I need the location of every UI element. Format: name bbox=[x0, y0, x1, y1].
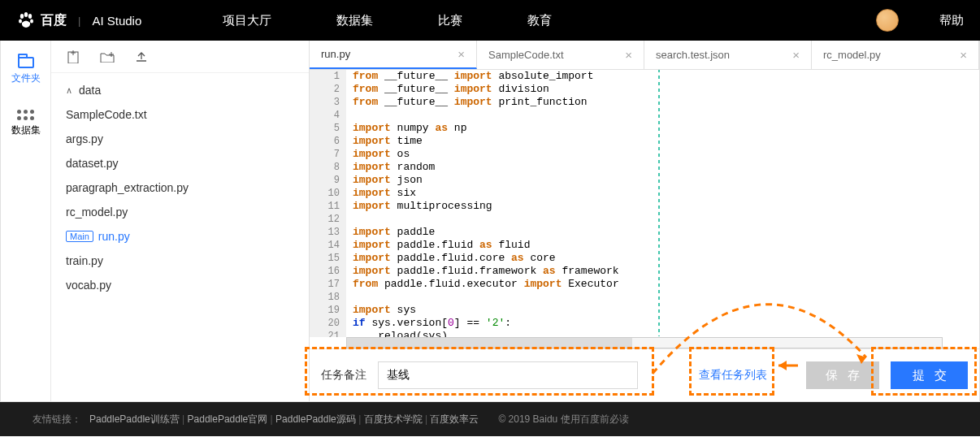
tab-run-py[interactable]: run.py× bbox=[310, 41, 477, 69]
new-folder-icon[interactable] bbox=[100, 50, 115, 64]
top-header: 百度 | AI Studio 项目大厅 数据集 比赛 教育 帮助 bbox=[0, 0, 980, 41]
logo-studio: AI Studio bbox=[92, 14, 141, 28]
tree-file-active[interactable]: Main run.py bbox=[51, 224, 309, 249]
left-rail: 文件夹 数据集 bbox=[1, 41, 51, 401]
file-toolbar bbox=[51, 41, 309, 73]
footer-link[interactable]: 百度技术学院 bbox=[364, 413, 423, 425]
tree-file[interactable]: dataset.py bbox=[51, 151, 309, 175]
file-explorer: ∧ data SampleCode.txt args.py dataset.py… bbox=[51, 41, 310, 401]
line-gutter: 123456789101112131415161718192021222324 bbox=[310, 70, 346, 337]
footer-copyright: © 2019 Baidu 使用百度前必读 bbox=[498, 413, 628, 426]
tree-file[interactable]: vocab.py bbox=[51, 273, 309, 297]
left-rail-files-label: 文件夹 bbox=[11, 71, 41, 85]
horizontal-scrollbar[interactable] bbox=[346, 337, 943, 348]
tree-file[interactable]: train.py bbox=[51, 249, 309, 273]
dataset-grid-icon bbox=[17, 110, 34, 120]
tree-file[interactable]: paragraph_extraction.py bbox=[51, 175, 309, 200]
help-link[interactable]: 帮助 bbox=[939, 13, 964, 28]
left-rail-datasets[interactable]: 数据集 bbox=[11, 110, 41, 137]
close-icon[interactable]: × bbox=[792, 48, 800, 62]
view-tasklist-link[interactable]: 查看任务列表 bbox=[699, 368, 767, 383]
avatar[interactable] bbox=[876, 9, 899, 32]
tab-samplecode[interactable]: SampleCode.txt× bbox=[477, 41, 644, 69]
save-button[interactable]: 保存 bbox=[806, 361, 879, 389]
nav-lobby[interactable]: 项目大厅 bbox=[223, 13, 271, 28]
main-nav: 项目大厅 数据集 比赛 教育 bbox=[223, 13, 552, 28]
new-file-icon[interactable] bbox=[66, 50, 80, 64]
logo-text-cn: 百度 bbox=[41, 12, 67, 29]
nav-dataset[interactable]: 数据集 bbox=[336, 13, 373, 28]
tab-rc-model[interactable]: rc_model.py× bbox=[812, 41, 979, 69]
logo-divider: | bbox=[78, 15, 80, 27]
tree-folder-label: data bbox=[79, 84, 101, 97]
svg-point-2 bbox=[28, 14, 32, 19]
scroll-thumb[interactable] bbox=[347, 338, 632, 348]
task-bar: 任务备注 查看任务列表 保存 提交 bbox=[310, 348, 979, 401]
main-badge: Main bbox=[66, 231, 93, 242]
footer-link[interactable]: PaddlePaddle官网 bbox=[188, 413, 268, 425]
upload-icon[interactable] bbox=[134, 50, 149, 64]
tab-search-json[interactable]: search.test.json× bbox=[644, 41, 812, 69]
nav-contest[interactable]: 比赛 bbox=[438, 13, 462, 28]
tree-file[interactable]: rc_model.py bbox=[51, 200, 309, 224]
footer-link[interactable]: 百度效率云 bbox=[430, 413, 479, 425]
code-lines: from __future__ import absolute_importfr… bbox=[346, 70, 979, 337]
svg-point-3 bbox=[19, 19, 22, 23]
footer-link[interactable]: PaddlePaddle源码 bbox=[275, 413, 356, 425]
baidu-paw-icon bbox=[16, 11, 36, 30]
footer-label: 友情链接： bbox=[33, 413, 81, 426]
nav-edu[interactable]: 教育 bbox=[527, 13, 552, 28]
svg-point-0 bbox=[20, 14, 24, 19]
left-rail-datasets-label: 数据集 bbox=[11, 123, 41, 137]
close-icon[interactable]: × bbox=[625, 48, 632, 62]
file-tree: ∧ data SampleCode.txt args.py dataset.py… bbox=[51, 73, 309, 302]
task-note-input[interactable] bbox=[378, 361, 638, 389]
editor-panel: run.py× SampleCode.txt× search.test.json… bbox=[310, 41, 979, 401]
close-icon[interactable]: × bbox=[960, 48, 967, 62]
submit-button[interactable]: 提交 bbox=[891, 361, 968, 389]
code-editor[interactable]: ◂ 12345678910111213141516171819202122232… bbox=[310, 70, 979, 337]
left-rail-files[interactable]: 文件夹 bbox=[11, 57, 41, 85]
caret-icon: ∧ bbox=[66, 85, 72, 96]
tree-file[interactable]: SampleCode.txt bbox=[51, 102, 309, 127]
task-note-label: 任务备注 bbox=[321, 368, 366, 383]
svg-point-1 bbox=[24, 12, 28, 17]
tree-folder-data[interactable]: ∧ data bbox=[51, 78, 309, 102]
footer: 友情链接： PaddlePaddle训练营 | PaddlePaddle官网 |… bbox=[0, 402, 980, 436]
editor-tabs: run.py× SampleCode.txt× search.test.json… bbox=[310, 41, 979, 70]
logo[interactable]: 百度 | AI Studio bbox=[16, 11, 141, 30]
folder-icon bbox=[18, 57, 34, 68]
tree-file[interactable]: args.py bbox=[51, 127, 309, 151]
close-icon[interactable]: × bbox=[457, 47, 465, 61]
workspace: 文件夹 数据集 ∧ data SampleCode.txt args.py da… bbox=[0, 41, 980, 402]
footer-link[interactable]: PaddlePaddle训练营 bbox=[89, 413, 180, 425]
svg-point-4 bbox=[30, 19, 33, 23]
